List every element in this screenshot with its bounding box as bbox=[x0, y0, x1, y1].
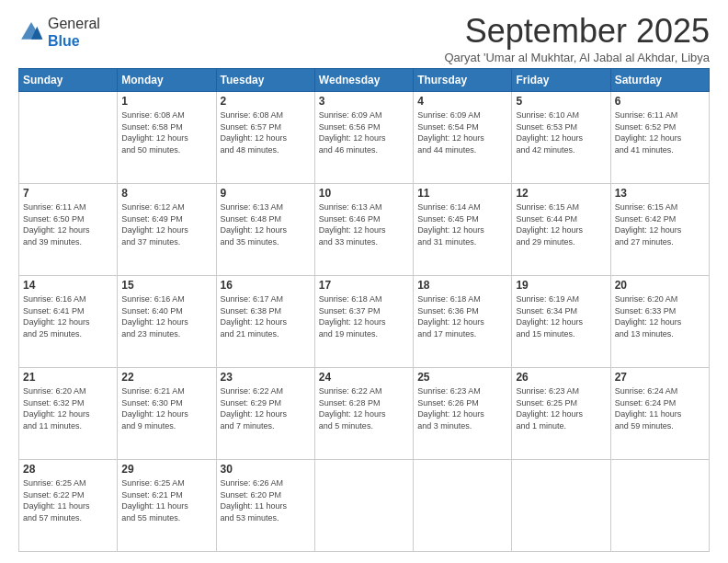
table-row: 10Sunrise: 6:13 AM Sunset: 6:46 PM Dayli… bbox=[314, 184, 413, 276]
header-monday: Monday bbox=[118, 69, 216, 92]
header-thursday: Thursday bbox=[414, 69, 512, 92]
day-number: 27 bbox=[615, 371, 705, 384]
day-number: 21 bbox=[23, 371, 113, 384]
table-row: 2Sunrise: 6:08 AM Sunset: 6:57 PM Daylig… bbox=[216, 92, 314, 184]
day-info: Sunrise: 6:24 AM Sunset: 6:24 PM Dayligh… bbox=[615, 385, 705, 431]
table-row: 25Sunrise: 6:23 AM Sunset: 6:26 PM Dayli… bbox=[414, 368, 512, 460]
day-number: 20 bbox=[615, 279, 705, 292]
day-info: Sunrise: 6:16 AM Sunset: 6:40 PM Dayligh… bbox=[121, 293, 211, 339]
table-row: 7Sunrise: 6:11 AM Sunset: 6:50 PM Daylig… bbox=[19, 184, 118, 276]
day-number: 5 bbox=[516, 95, 606, 108]
day-number: 29 bbox=[121, 463, 211, 476]
table-row: 15Sunrise: 6:16 AM Sunset: 6:40 PM Dayli… bbox=[118, 276, 216, 368]
table-row: 22Sunrise: 6:21 AM Sunset: 6:30 PM Dayli… bbox=[118, 368, 216, 460]
day-info: Sunrise: 6:18 AM Sunset: 6:37 PM Dayligh… bbox=[319, 293, 409, 339]
day-info: Sunrise: 6:09 AM Sunset: 6:54 PM Dayligh… bbox=[417, 109, 507, 155]
day-number: 7 bbox=[23, 187, 113, 200]
table-row: 28Sunrise: 6:25 AM Sunset: 6:22 PM Dayli… bbox=[19, 460, 118, 552]
day-info: Sunrise: 6:08 AM Sunset: 6:58 PM Dayligh… bbox=[121, 109, 211, 155]
day-info: Sunrise: 6:12 AM Sunset: 6:49 PM Dayligh… bbox=[121, 201, 211, 247]
title-section: September 2025 Qaryat 'Umar al Mukhtar, … bbox=[444, 15, 710, 64]
day-number: 17 bbox=[319, 279, 409, 292]
day-number: 16 bbox=[221, 279, 311, 292]
table-row: 21Sunrise: 6:20 AM Sunset: 6:32 PM Dayli… bbox=[19, 368, 118, 460]
day-number: 4 bbox=[417, 95, 507, 108]
table-row: 5Sunrise: 6:10 AM Sunset: 6:53 PM Daylig… bbox=[512, 92, 610, 184]
day-info: Sunrise: 6:09 AM Sunset: 6:56 PM Dayligh… bbox=[319, 109, 409, 155]
day-info: Sunrise: 6:20 AM Sunset: 6:32 PM Dayligh… bbox=[23, 385, 113, 431]
table-row: 26Sunrise: 6:23 AM Sunset: 6:25 PM Dayli… bbox=[512, 368, 610, 460]
table-row: 12Sunrise: 6:15 AM Sunset: 6:44 PM Dayli… bbox=[512, 184, 610, 276]
day-number: 25 bbox=[417, 371, 507, 384]
day-info: Sunrise: 6:15 AM Sunset: 6:42 PM Dayligh… bbox=[615, 201, 705, 247]
day-number: 12 bbox=[516, 187, 606, 200]
day-info: Sunrise: 6:22 AM Sunset: 6:28 PM Dayligh… bbox=[319, 385, 409, 431]
day-number: 18 bbox=[417, 279, 507, 292]
day-info: Sunrise: 6:18 AM Sunset: 6:36 PM Dayligh… bbox=[417, 293, 507, 339]
day-info: Sunrise: 6:14 AM Sunset: 6:45 PM Dayligh… bbox=[417, 201, 507, 247]
day-info: Sunrise: 6:20 AM Sunset: 6:33 PM Dayligh… bbox=[615, 293, 705, 339]
logo: General Blue bbox=[18, 15, 100, 50]
day-info: Sunrise: 6:25 AM Sunset: 6:22 PM Dayligh… bbox=[23, 477, 113, 523]
day-number: 15 bbox=[121, 279, 211, 292]
day-number: 13 bbox=[615, 187, 705, 200]
day-number: 28 bbox=[23, 463, 113, 476]
table-row bbox=[414, 460, 512, 552]
table-row bbox=[512, 460, 610, 552]
header-tuesday: Tuesday bbox=[216, 69, 314, 92]
day-info: Sunrise: 6:16 AM Sunset: 6:41 PM Dayligh… bbox=[23, 293, 113, 339]
table-row: 24Sunrise: 6:22 AM Sunset: 6:28 PM Dayli… bbox=[314, 368, 413, 460]
header-friday: Friday bbox=[512, 69, 610, 92]
table-row: 4Sunrise: 6:09 AM Sunset: 6:54 PM Daylig… bbox=[414, 92, 512, 184]
table-row: 9Sunrise: 6:13 AM Sunset: 6:48 PM Daylig… bbox=[216, 184, 314, 276]
table-row: 30Sunrise: 6:26 AM Sunset: 6:20 PM Dayli… bbox=[216, 460, 314, 552]
day-info: Sunrise: 6:23 AM Sunset: 6:25 PM Dayligh… bbox=[516, 385, 606, 431]
table-row bbox=[610, 460, 709, 552]
calendar-header-row: Sunday Monday Tuesday Wednesday Thursday… bbox=[19, 69, 710, 92]
table-row: 13Sunrise: 6:15 AM Sunset: 6:42 PM Dayli… bbox=[610, 184, 709, 276]
day-number: 11 bbox=[417, 187, 507, 200]
table-row: 8Sunrise: 6:12 AM Sunset: 6:49 PM Daylig… bbox=[118, 184, 216, 276]
table-row: 20Sunrise: 6:20 AM Sunset: 6:33 PM Dayli… bbox=[610, 276, 709, 368]
day-number: 9 bbox=[221, 187, 311, 200]
table-row: 3Sunrise: 6:09 AM Sunset: 6:56 PM Daylig… bbox=[314, 92, 413, 184]
table-row: 27Sunrise: 6:24 AM Sunset: 6:24 PM Dayli… bbox=[610, 368, 709, 460]
day-info: Sunrise: 6:21 AM Sunset: 6:30 PM Dayligh… bbox=[121, 385, 211, 431]
header-wednesday: Wednesday bbox=[314, 69, 413, 92]
header-sunday: Sunday bbox=[19, 69, 118, 92]
day-info: Sunrise: 6:25 AM Sunset: 6:21 PM Dayligh… bbox=[121, 477, 211, 523]
table-row: 1Sunrise: 6:08 AM Sunset: 6:58 PM Daylig… bbox=[118, 92, 216, 184]
logo-blue: Blue bbox=[48, 33, 80, 49]
table-row bbox=[19, 92, 118, 184]
table-row: 23Sunrise: 6:22 AM Sunset: 6:29 PM Dayli… bbox=[216, 368, 314, 460]
day-number: 24 bbox=[319, 371, 409, 384]
day-info: Sunrise: 6:22 AM Sunset: 6:29 PM Dayligh… bbox=[221, 385, 311, 431]
table-row: 18Sunrise: 6:18 AM Sunset: 6:36 PM Dayli… bbox=[414, 276, 512, 368]
day-info: Sunrise: 6:10 AM Sunset: 6:53 PM Dayligh… bbox=[516, 109, 606, 155]
table-row: 11Sunrise: 6:14 AM Sunset: 6:45 PM Dayli… bbox=[414, 184, 512, 276]
day-info: Sunrise: 6:23 AM Sunset: 6:26 PM Dayligh… bbox=[417, 385, 507, 431]
day-number: 23 bbox=[221, 371, 311, 384]
day-number: 6 bbox=[615, 95, 705, 108]
calendar-table: Sunday Monday Tuesday Wednesday Thursday… bbox=[18, 68, 710, 552]
table-row: 14Sunrise: 6:16 AM Sunset: 6:41 PM Dayli… bbox=[19, 276, 118, 368]
table-row bbox=[314, 460, 413, 552]
table-row: 6Sunrise: 6:11 AM Sunset: 6:52 PM Daylig… bbox=[610, 92, 709, 184]
day-number: 14 bbox=[23, 279, 113, 292]
table-row: 16Sunrise: 6:17 AM Sunset: 6:38 PM Dayli… bbox=[216, 276, 314, 368]
day-info: Sunrise: 6:15 AM Sunset: 6:44 PM Dayligh… bbox=[516, 201, 606, 247]
logo-general: General bbox=[48, 16, 100, 31]
day-info: Sunrise: 6:11 AM Sunset: 6:52 PM Dayligh… bbox=[615, 109, 705, 155]
day-number: 3 bbox=[319, 95, 409, 108]
day-info: Sunrise: 6:26 AM Sunset: 6:20 PM Dayligh… bbox=[221, 477, 311, 523]
table-row: 19Sunrise: 6:19 AM Sunset: 6:34 PM Dayli… bbox=[512, 276, 610, 368]
day-info: Sunrise: 6:11 AM Sunset: 6:50 PM Dayligh… bbox=[23, 201, 113, 247]
day-info: Sunrise: 6:17 AM Sunset: 6:38 PM Dayligh… bbox=[221, 293, 311, 339]
month-title: September 2025 bbox=[444, 15, 710, 48]
day-number: 1 bbox=[121, 95, 211, 108]
table-row: 29Sunrise: 6:25 AM Sunset: 6:21 PM Dayli… bbox=[118, 460, 216, 552]
day-number: 30 bbox=[221, 463, 311, 476]
day-info: Sunrise: 6:08 AM Sunset: 6:57 PM Dayligh… bbox=[221, 109, 311, 155]
day-number: 26 bbox=[516, 371, 606, 384]
day-number: 8 bbox=[121, 187, 211, 200]
